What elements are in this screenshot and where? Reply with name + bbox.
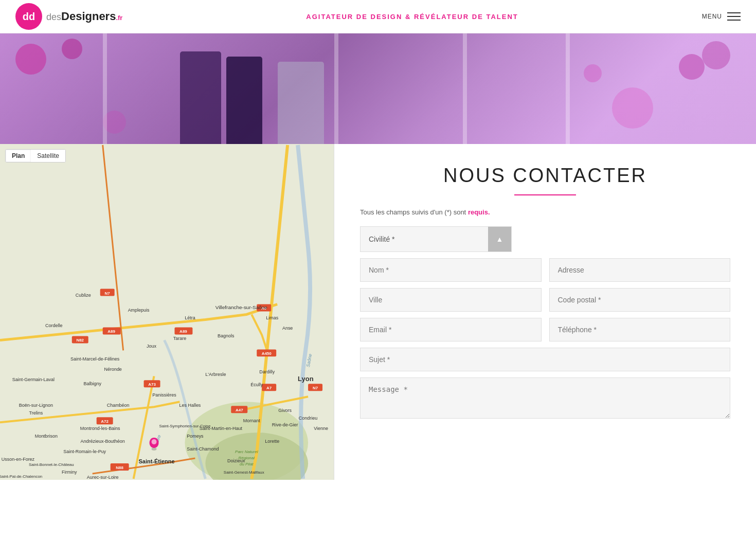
map-svg: N7 N82 A89 A89 A6 A73 A72 A450 A7 N7: [0, 144, 334, 480]
civilite-row: M. Mme Mlle Civilité * ▲: [360, 226, 730, 252]
map-toggle[interactable]: Plan Satellite: [5, 149, 66, 163]
svg-text:Les Halles: Les Halles: [179, 403, 201, 408]
svg-text:N7: N7: [105, 291, 111, 296]
svg-text:Dardilly: Dardilly: [259, 369, 275, 374]
svg-text:Saint-Genest-Malifaux: Saint-Genest-Malifaux: [224, 470, 264, 475]
svg-text:A73: A73: [148, 382, 156, 387]
email-telephone-row: [360, 318, 730, 341]
svg-text:N7: N7: [313, 386, 318, 390]
main-content: Plan Satellite: [0, 144, 756, 480]
svg-text:dd: dd: [23, 11, 35, 22]
svg-text:Anse: Anse: [282, 326, 293, 331]
map-placeholder: Plan Satellite: [0, 144, 334, 480]
svg-text:Usson-en-Forez: Usson-en-Forez: [2, 457, 35, 462]
svg-text:Létra: Létra: [185, 315, 195, 320]
required-note: Tous les champs suivis d'un (*) sont req…: [360, 208, 730, 216]
svg-text:Saint-Romain-le-Puy: Saint-Romain-le-Puy: [63, 449, 106, 454]
email-input[interactable]: [360, 318, 542, 341]
svg-text:Lyon: Lyon: [298, 375, 314, 383]
svg-text:Trelins: Trelins: [29, 410, 43, 416]
svg-text:Panissières: Panissières: [152, 392, 176, 398]
logo-area[interactable]: dd desDesigners.fr: [15, 3, 122, 30]
svg-text:du Pilat: du Pilat: [240, 462, 254, 466]
message-row[interactable]: [360, 377, 730, 421]
hero-image: [0, 33, 756, 144]
svg-text:Condrieu: Condrieu: [299, 416, 317, 421]
svg-text:Saint-Chamond: Saint-Chamond: [187, 446, 219, 452]
nom-field[interactable]: [360, 258, 542, 282]
svg-text:A89: A89: [179, 329, 187, 334]
svg-text:Amplepuis: Amplepuis: [128, 308, 150, 313]
svg-text:A47: A47: [236, 408, 243, 412]
menu-label: MENU: [702, 13, 722, 20]
sujet-row[interactable]: [360, 348, 730, 371]
svg-text:Régional: Régional: [239, 456, 255, 460]
svg-text:Lorette: Lorette: [265, 439, 279, 444]
hero-banner: [0, 33, 756, 144]
svg-text:Bagnols: Bagnols: [218, 333, 235, 338]
svg-text:Limas: Limas: [266, 315, 278, 320]
svg-text:Tarare: Tarare: [173, 336, 186, 341]
svg-text:Saint-Germain-Laval: Saint-Germain-Laval: [12, 377, 55, 382]
telephone-input[interactable]: [549, 318, 731, 341]
svg-text:Parc Naturel: Parc Naturel: [235, 449, 258, 454]
svg-text:Chambéon: Chambéon: [107, 403, 130, 408]
svg-text:Saint-Pal-de-Chalencon: Saint-Pal-de-Chalencon: [0, 474, 42, 479]
svg-text:Balbigny: Balbigny: [84, 381, 102, 386]
ville-input[interactable]: [360, 288, 542, 312]
svg-text:Givors: Givors: [278, 408, 292, 413]
svg-text:Saint-Marcel-de-Félines: Saint-Marcel-de-Félines: [70, 356, 120, 362]
svg-text:A72: A72: [101, 419, 109, 424]
svg-text:A7: A7: [266, 386, 272, 390]
svg-text:A450: A450: [262, 351, 272, 356]
svg-text:L'Arbresle: L'Arbresle: [205, 372, 226, 377]
svg-text:A89: A89: [107, 329, 115, 334]
code-postal-field[interactable]: [549, 288, 731, 312]
contact-divider: [514, 194, 576, 195]
map-toggle-plan[interactable]: Plan: [6, 150, 31, 162]
svg-text:Montrond-les-Bains: Montrond-les-Bains: [80, 426, 120, 431]
logo-text: desDesigners.fr: [46, 10, 122, 23]
svg-text:Boën-sur-Lignon: Boën-sur-Lignon: [19, 403, 53, 408]
map-area: Plan Satellite: [0, 144, 334, 480]
svg-text:Saint-Étienne: Saint-Étienne: [138, 458, 174, 464]
contact-form-area: NOUS CONTACTER Tous les champs suivis d'…: [334, 144, 756, 480]
svg-text:Saint-Martin-en-Haut: Saint-Martin-en-Haut: [200, 426, 243, 431]
svg-text:N82: N82: [76, 338, 84, 343]
email-field[interactable]: [360, 318, 542, 341]
civilite-select[interactable]: M. Mme Mlle: [361, 228, 488, 250]
svg-text:Néronde: Néronde: [104, 367, 121, 372]
ville-codepostal-row: [360, 288, 730, 312]
header: dd desDesigners.fr AGITATEUR DE DESIGN &…: [0, 0, 756, 33]
contact-title: NOUS CONTACTER: [360, 165, 730, 187]
svg-text:Cordelle: Cordelle: [45, 323, 62, 328]
adresse-input[interactable]: [549, 258, 731, 282]
svg-text:Firminy: Firminy: [62, 470, 77, 475]
sujet-input[interactable]: [360, 348, 730, 371]
svg-text:Villefranche-sur-Saône: Villefranche-sur-Saône: [215, 305, 268, 311]
svg-text:Andrézieux-Bouthéon: Andrézieux-Bouthéon: [81, 439, 125, 444]
civilite-wrapper[interactable]: M. Mme Mlle Civilité * ▲: [360, 226, 512, 252]
svg-text:Pomeys: Pomeys: [187, 434, 204, 439]
ville-field[interactable]: [360, 288, 542, 312]
svg-text:Joux: Joux: [147, 344, 156, 349]
nav-menu[interactable]: MENU: [702, 12, 741, 21]
svg-text:N88: N88: [116, 465, 123, 470]
message-textarea[interactable]: [360, 377, 730, 419]
svg-text:Montbrison: Montbrison: [35, 434, 58, 439]
nom-adresse-row: [360, 258, 730, 282]
nom-input[interactable]: [360, 258, 542, 282]
adresse-field[interactable]: [549, 258, 731, 282]
svg-text:Mornant: Mornant: [243, 418, 260, 423]
code-postal-input[interactable]: [549, 288, 731, 312]
svg-point-80: [152, 439, 157, 444]
svg-text:Vienne: Vienne: [314, 426, 328, 431]
svg-text:Cublize: Cublize: [76, 293, 91, 298]
telephone-field[interactable]: [549, 318, 731, 341]
tagline: AGITATEUR DE DESIGN & RÉVÉLATEUR DE TALE…: [306, 13, 518, 21]
logo-icon: dd: [15, 3, 42, 30]
svg-text:Aurec-sur-Loire: Aurec-sur-Loire: [87, 475, 119, 480]
map-toggle-satellite[interactable]: Satellite: [31, 150, 65, 162]
civilite-arrow-icon: ▲: [488, 227, 511, 251]
hamburger-icon[interactable]: [727, 12, 741, 21]
